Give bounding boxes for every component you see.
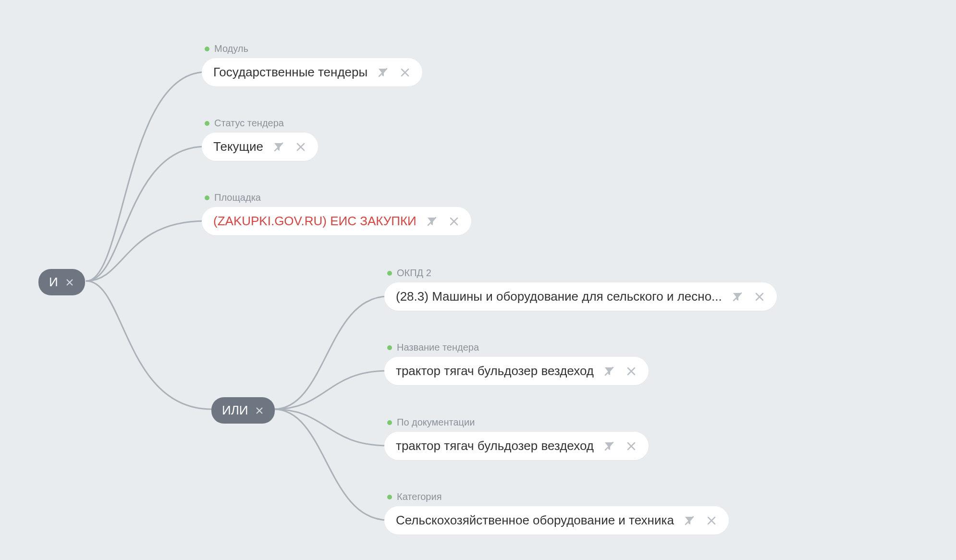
filter-okpd: ОКПД 2 (28.3) Машины и оборудование для … [384,268,777,311]
filter-status-label: Статус тендера [214,118,284,129]
filter-okpd-label-row: ОКПД 2 [384,268,777,279]
filter-okpd-value: (28.3) Машины и оборудование для сельско… [396,289,722,304]
filter-platform-label-row: Площадка [202,192,471,203]
filter-docs: По документации трактор тягач бульдозер … [384,417,649,460]
filter-clear-icon[interactable] [732,291,743,303]
close-icon[interactable] [399,67,411,78]
filter-module-pill[interactable]: Государственные тендеры [202,58,422,86]
close-icon[interactable] [625,365,637,377]
filter-module-label: Модуль [214,43,248,54]
operator-and-label: И [49,275,58,290]
filter-clear-icon[interactable] [377,67,389,78]
operator-or-node[interactable]: ИЛИ [211,397,275,424]
filter-status: Статус тендера Текущие [202,118,318,161]
operator-or-label: ИЛИ [222,403,248,418]
operator-and-node[interactable]: И [38,269,85,295]
filter-name-pill[interactable]: трактор тягач бульдозер вездеход [384,357,649,385]
close-icon[interactable] [448,216,460,227]
filter-platform-label: Площадка [214,192,261,203]
filter-category-value: Сельскохозяйственное оборудование и техн… [396,513,674,528]
filter-clear-icon[interactable] [426,216,438,227]
status-dot-icon [205,121,209,126]
filter-status-label-row: Статус тендера [202,118,318,129]
status-dot-icon [387,420,392,425]
filter-tree-canvas: И ИЛИ Модуль Государственные тендеры [0,0,956,560]
close-icon[interactable] [625,440,637,452]
close-icon[interactable] [706,515,717,526]
filter-okpd-label: ОКПД 2 [397,268,431,279]
filter-clear-icon[interactable] [273,141,284,153]
filter-docs-pill[interactable]: трактор тягач бульдозер вездеход [384,432,649,460]
filter-status-pill[interactable]: Текущие [202,133,318,161]
filter-platform-value: (ZAKUPKI.GOV.RU) ЕИС ЗАКУПКИ [213,214,417,229]
filter-docs-label: По документации [397,417,475,428]
status-dot-icon [205,195,209,200]
status-dot-icon [387,345,392,350]
filter-platform: Площадка (ZAKUPKI.GOV.RU) ЕИС ЗАКУПКИ [202,192,471,235]
filter-category-pill[interactable]: Сельскохозяйственное оборудование и техн… [384,506,729,535]
filter-category: Категория Сельскохозяйственное оборудова… [384,491,729,535]
filter-name-label: Название тендера [397,342,479,353]
filter-clear-icon[interactable] [603,365,615,377]
filter-name: Название тендера трактор тягач бульдозер… [384,342,649,385]
filter-name-value: трактор тягач бульдозер вездеход [396,364,594,378]
status-dot-icon [387,271,392,276]
filter-platform-pill[interactable]: (ZAKUPKI.GOV.RU) ЕИС ЗАКУПКИ [202,207,471,235]
filter-module-label-row: Модуль [202,43,422,54]
filter-okpd-pill[interactable]: (28.3) Машины и оборудование для сельско… [384,282,777,311]
close-icon[interactable] [295,141,306,153]
filter-clear-icon[interactable] [684,515,695,526]
filter-module: Модуль Государственные тендеры [202,43,422,86]
filter-category-label: Категория [397,491,442,502]
filter-category-label-row: Категория [384,491,729,502]
filter-docs-label-row: По документации [384,417,649,428]
close-icon[interactable] [754,291,765,303]
filter-name-label-row: Название тендера [384,342,649,353]
filter-clear-icon[interactable] [603,440,615,452]
operator-and-remove[interactable] [65,278,74,287]
status-dot-icon [387,495,392,499]
filter-module-value: Государственные тендеры [213,65,368,80]
filter-docs-value: трактор тягач бульдозер вездеход [396,438,594,453]
status-dot-icon [205,47,209,51]
operator-or-remove[interactable] [255,406,264,415]
filter-status-value: Текущие [213,139,263,154]
